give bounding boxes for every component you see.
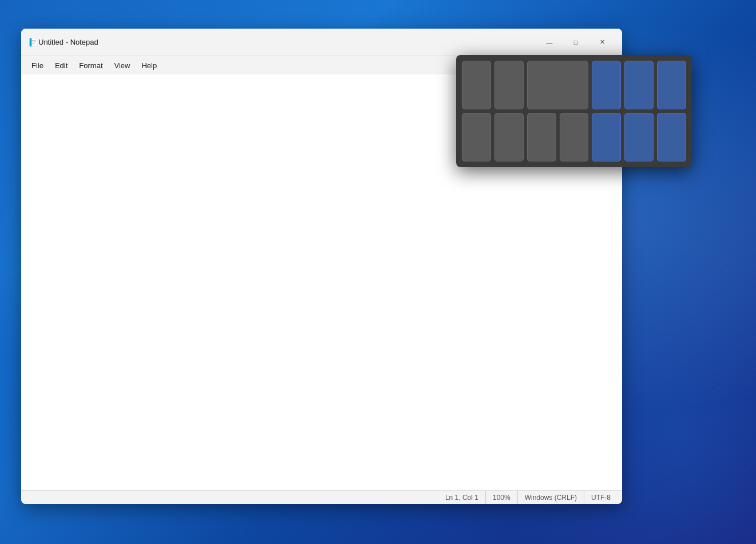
- menu-help[interactable]: Help: [136, 59, 163, 72]
- zone-cell[interactable]: [624, 61, 654, 109]
- window-title: Untitled - Notepad: [38, 38, 536, 46]
- zone-cell[interactable]: [462, 61, 491, 109]
- status-zoom: 100%: [486, 491, 518, 504]
- status-position: Ln 1, Col 1: [438, 491, 486, 504]
- status-bar: Ln 1, Col 1 100% Windows (CRLF) UTF-8: [21, 490, 622, 504]
- menu-view[interactable]: View: [109, 59, 136, 72]
- zone-cell[interactable]: [657, 113, 686, 161]
- notepad-icon: [28, 37, 38, 48]
- title-bar: Untitled - Notepad — □ ✕: [21, 29, 622, 56]
- window-controls: — □ ✕: [536, 33, 615, 52]
- status-encoding: UTF-8: [584, 491, 618, 504]
- zone-cell[interactable]: [527, 113, 556, 161]
- zone-cell[interactable]: [462, 113, 491, 161]
- zone-cell[interactable]: [560, 113, 589, 161]
- zone-cell[interactable]: [592, 113, 621, 161]
- menu-format[interactable]: Format: [73, 59, 108, 72]
- menu-edit[interactable]: Edit: [49, 59, 73, 72]
- zone-cell[interactable]: [494, 61, 524, 109]
- zone-cell[interactable]: [494, 113, 524, 161]
- menu-file[interactable]: File: [26, 59, 49, 72]
- fancyzones-overlay: [456, 55, 692, 167]
- close-button[interactable]: ✕: [589, 33, 615, 52]
- svg-rect-1: [30, 38, 32, 46]
- zone-cell[interactable]: [527, 61, 589, 109]
- status-line-ending: Windows (CRLF): [518, 491, 584, 504]
- zone-cell[interactable]: [592, 61, 621, 109]
- minimize-button[interactable]: —: [536, 33, 563, 52]
- zone-cell[interactable]: [657, 61, 686, 109]
- maximize-button[interactable]: □: [563, 33, 589, 52]
- zone-cell[interactable]: [624, 113, 654, 161]
